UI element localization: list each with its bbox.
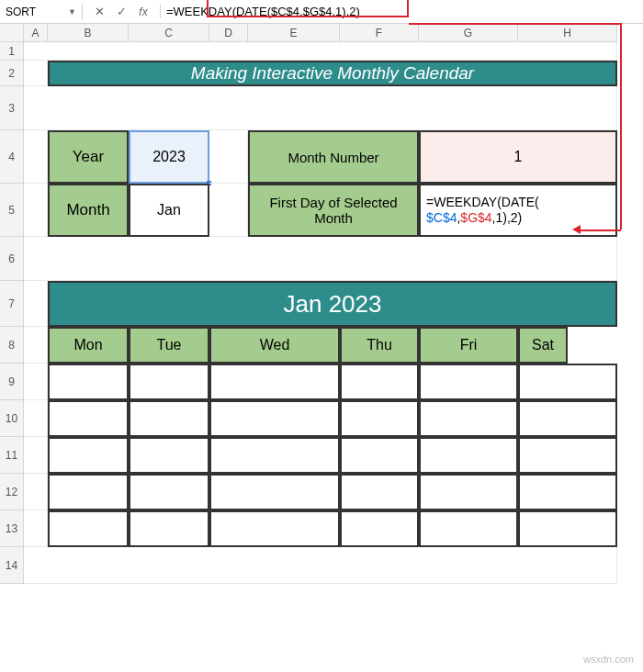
day-header: Tue [129, 327, 209, 364]
row-header-5[interactable]: 5 [0, 184, 24, 237]
cell[interactable] [24, 474, 48, 510]
calendar-cell[interactable] [340, 437, 419, 474]
calendar-cell[interactable] [419, 474, 518, 510]
cell[interactable] [24, 547, 617, 584]
cell[interactable] [209, 184, 248, 237]
cell[interactable] [24, 61, 48, 86]
month-value-cell[interactable]: Jan [129, 184, 209, 237]
calendar-cell[interactable] [419, 510, 518, 547]
row-header-13[interactable]: 13 [0, 510, 24, 547]
calendar-cell[interactable] [48, 364, 129, 400]
calendar-cell[interactable] [340, 400, 419, 437]
confirm-icon[interactable]: ✓ [114, 5, 129, 18]
row-header-4[interactable]: 4 [0, 130, 24, 184]
fx-icon[interactable]: fx [136, 6, 151, 18]
annotation-arrow [620, 23, 622, 230]
first-day-label: First Day of Selected Month [248, 184, 419, 237]
chevron-down-icon[interactable]: ▼ [68, 7, 76, 17]
calendar-cell[interactable] [209, 400, 340, 437]
cancel-icon[interactable]: ✕ [92, 5, 107, 18]
calendar-cell[interactable] [209, 510, 340, 547]
row-header-8[interactable]: 8 [0, 327, 24, 364]
month-label: Month [48, 184, 129, 237]
formula-bar-buttons: ✕ ✓ fx [83, 5, 161, 18]
formula-bar: SORT ▼ ✕ ✓ fx =WEEKDAY(DATE($C$4,$G$4,1)… [0, 0, 643, 24]
calendar-cell[interactable] [129, 474, 209, 510]
col-header-d[interactable]: D [209, 24, 248, 42]
watermark: wsxdn.com [583, 654, 634, 665]
annotation-arrow [409, 23, 620, 25]
calendar-cell[interactable] [48, 400, 129, 437]
formula-input[interactable]: =WEEKDAY(DATE($C$4,$G$4,1),2) [161, 3, 366, 20]
cell[interactable] [24, 364, 48, 400]
row-header-3[interactable]: 3 [0, 86, 24, 130]
year-label: Year [48, 130, 129, 184]
row-header-2[interactable]: 2 [0, 61, 24, 86]
cell[interactable] [24, 281, 48, 327]
row-header-14[interactable]: 14 [0, 547, 24, 584]
cell[interactable] [24, 184, 48, 237]
calendar-cell[interactable] [129, 364, 209, 400]
calendar-cell[interactable] [209, 364, 340, 400]
col-header-c[interactable]: C [129, 24, 209, 42]
calendar-cell[interactable] [129, 400, 209, 437]
calendar-cell[interactable] [419, 364, 518, 400]
cell[interactable] [24, 237, 617, 281]
calendar-cell[interactable] [518, 364, 617, 400]
calendar-cell[interactable] [209, 437, 340, 474]
calendar-cell[interactable] [209, 474, 340, 510]
month-number-label: Month Number [248, 130, 419, 184]
calendar-cell[interactable] [48, 510, 129, 547]
spreadsheet-grid[interactable]: A B C D E F G H 1 2 Making Interactive M… [0, 24, 643, 584]
day-header: Thu [340, 327, 419, 364]
formula-display: =WEEKDAY(DATE( $C$4,$G$4,1),2) [426, 195, 539, 227]
page-title: Making Interactive Monthly Calendar [48, 61, 617, 86]
name-box-value: SORT [6, 6, 36, 18]
col-header-h[interactable]: H [518, 24, 617, 42]
col-header-b[interactable]: B [48, 24, 129, 42]
cell[interactable] [209, 130, 248, 184]
calendar-cell[interactable] [518, 510, 617, 547]
row-header-12[interactable]: 12 [0, 474, 24, 510]
row-header-1[interactable]: 1 [0, 42, 24, 61]
cell[interactable] [24, 42, 617, 61]
cell[interactable] [24, 327, 48, 364]
calendar-title: Jan 2023 [48, 281, 617, 327]
cell[interactable] [24, 130, 48, 184]
calendar-cell[interactable] [340, 510, 419, 547]
formula-text: =WEEKDAY(DATE($C$4,$G$4,1),2) [166, 5, 360, 18]
annotation-arrow [578, 230, 621, 231]
row-header-9[interactable]: 9 [0, 364, 24, 400]
row-header-7[interactable]: 7 [0, 281, 24, 327]
day-header: Mon [48, 327, 129, 364]
col-header-g[interactable]: G [419, 24, 518, 42]
calendar-cell[interactable] [48, 437, 129, 474]
calendar-cell[interactable] [340, 364, 419, 400]
cell[interactable] [24, 437, 48, 474]
calendar-cell[interactable] [419, 400, 518, 437]
month-number-value[interactable]: 1 [419, 130, 617, 184]
select-all-corner[interactable] [0, 24, 24, 42]
col-header-e[interactable]: E [248, 24, 340, 42]
calendar-cell[interactable] [518, 437, 617, 474]
row-header-11[interactable]: 11 [0, 437, 24, 474]
name-box[interactable]: SORT ▼ [0, 4, 83, 20]
day-header: Wed [209, 327, 340, 364]
cell[interactable] [24, 400, 48, 437]
calendar-cell[interactable] [129, 437, 209, 474]
row-header-10[interactable]: 10 [0, 400, 24, 437]
calendar-cell[interactable] [518, 474, 617, 510]
col-header-a[interactable]: A [24, 24, 48, 42]
col-header-f[interactable]: F [340, 24, 419, 42]
day-header: Fri [419, 327, 518, 364]
cell[interactable] [24, 86, 617, 130]
calendar-cell[interactable] [48, 474, 129, 510]
calendar-cell[interactable] [518, 400, 617, 437]
cell[interactable] [24, 510, 48, 547]
row-header-6[interactable]: 6 [0, 237, 24, 281]
day-header: Sat [518, 327, 568, 364]
calendar-cell[interactable] [419, 437, 518, 474]
calendar-cell[interactable] [340, 474, 419, 510]
calendar-cell[interactable] [129, 510, 209, 547]
year-value-cell[interactable]: 2023 [129, 130, 209, 184]
